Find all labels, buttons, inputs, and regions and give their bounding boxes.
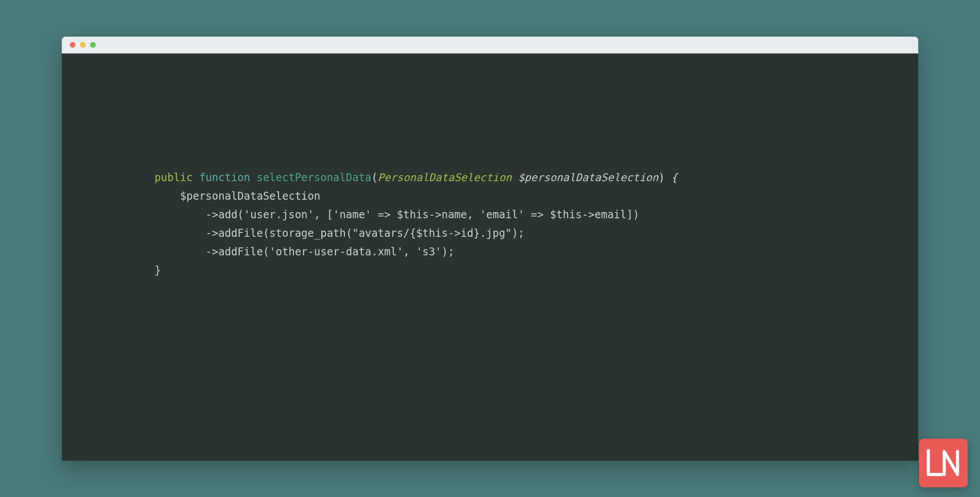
code-window: public function selectPersonalData(Perso…: [62, 37, 918, 461]
zoom-icon[interactable]: [90, 42, 96, 48]
keyword-public: public: [155, 171, 193, 184]
minimize-icon[interactable]: [80, 42, 86, 48]
keyword-function: function: [199, 171, 250, 184]
ln-logo-icon: [927, 449, 960, 477]
brace-open: {: [665, 171, 678, 184]
code-line-6: }: [155, 264, 161, 277]
type-hint: PersonalDataSelection: [378, 171, 512, 184]
code-line-4: ->addFile(storage_path("avatars/{$this->…: [155, 227, 524, 239]
logo-badge: [919, 439, 968, 487]
paren-open: (: [371, 171, 377, 184]
code-line-5: ->addFile('other-user-data.xml', 's3');: [155, 246, 454, 258]
paren-close: ): [659, 171, 665, 184]
code-line-3: ->add('user.json', ['name' => $this->nam…: [155, 209, 639, 221]
function-name: selectPersonalData: [256, 171, 371, 184]
titlebar: [62, 37, 918, 53]
code-area: public function selectPersonalData(Perso…: [62, 53, 918, 280]
close-icon[interactable]: [70, 42, 75, 48]
code-line-2: $personalDataSelection: [155, 190, 320, 202]
param-name: $personalDataSelection: [512, 171, 658, 184]
